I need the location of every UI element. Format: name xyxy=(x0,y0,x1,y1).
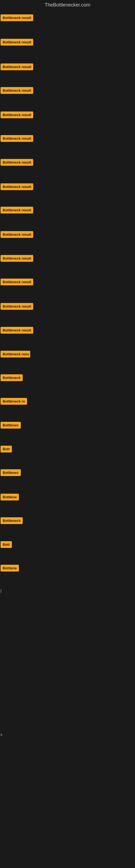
bottleneck-item-15[interactable]: Bottleneck resu xyxy=(1,351,30,359)
bottleneck-item-4[interactable]: Bottleneck result xyxy=(1,87,33,95)
bottleneck-item-1[interactable]: Bottleneck result xyxy=(1,14,33,22)
bottleneck-item-5[interactable]: Bottleneck result xyxy=(1,112,33,119)
bottleneck-item-8[interactable]: Bottleneck result xyxy=(1,183,33,191)
bottleneck-item-14[interactable]: Bottleneck result xyxy=(1,327,33,335)
site-title: TheBottlenecker.com xyxy=(0,0,135,10)
bottom-char: c xyxy=(1,733,2,737)
bottleneck-item-16[interactable]: Bottleneck xyxy=(1,374,23,382)
bottleneck-item-6[interactable]: Bottleneck result xyxy=(1,135,33,143)
bottleneck-item-23[interactable]: Bott xyxy=(1,541,12,549)
bottleneck-item-11[interactable]: Bottleneck result xyxy=(1,255,33,263)
bottleneck-item-22[interactable]: Bottleneck xyxy=(1,517,23,525)
bottleneck-item-13[interactable]: Bottleneck result xyxy=(1,303,33,311)
bottleneck-item-7[interactable]: Bottleneck result xyxy=(1,159,33,167)
bottleneck-item-17[interactable]: Bottleneck re xyxy=(1,398,27,406)
bottleneck-item-10[interactable]: Bottleneck result xyxy=(1,231,33,239)
page-wrapper: TheBottlenecker.com Bottleneck result Bo… xyxy=(0,0,135,868)
bottleneck-item-24[interactable]: Bottlene xyxy=(1,565,19,572)
cursor-char: | xyxy=(1,589,2,593)
bottleneck-item-18[interactable]: Bottlenec xyxy=(1,422,21,430)
bottleneck-item-20[interactable]: Bottlenec xyxy=(1,469,21,477)
bottleneck-item-19[interactable]: Bott xyxy=(1,446,12,454)
bottleneck-item-12[interactable]: Bottleneck result xyxy=(1,279,33,286)
bottleneck-item-2[interactable]: Bottleneck result xyxy=(1,39,33,46)
bottleneck-item-21[interactable]: Bottlene xyxy=(1,494,19,501)
bottleneck-item-3[interactable]: Bottleneck result xyxy=(1,63,33,71)
bottleneck-item-9[interactable]: Bottleneck result xyxy=(1,207,33,215)
